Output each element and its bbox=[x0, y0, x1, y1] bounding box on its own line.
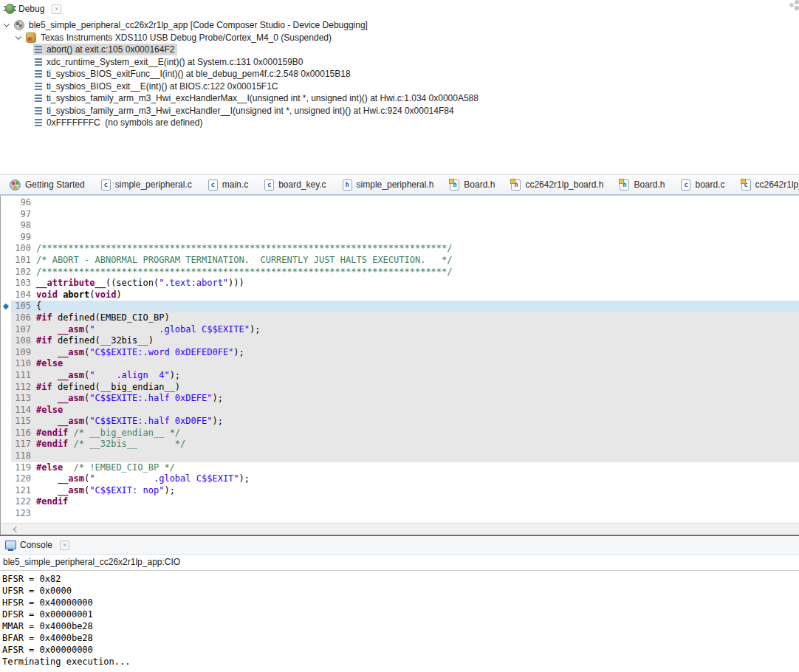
breakpoint-ruler[interactable] bbox=[1, 485, 11, 497]
code-text[interactable]: #if defined(__32bis__) bbox=[31, 335, 799, 347]
breakpoint-ruler[interactable] bbox=[1, 473, 11, 485]
debug-tree-root-row[interactable]: ble5_simple_peripheral_cc26x2r1lp_app [C… bbox=[0, 19, 799, 32]
code-text[interactable]: { bbox=[31, 301, 799, 312]
file-h-icon: h bbox=[511, 179, 521, 191]
code-line: 100/************************************… bbox=[1, 243, 799, 255]
code-text[interactable]: #else /* !EMBED_CIO_BP */ bbox=[31, 462, 799, 474]
breakpoint-ruler[interactable] bbox=[1, 324, 11, 336]
editor-tab[interactable]: cboard_key.c bbox=[256, 179, 334, 191]
code-text[interactable]: void abort(void) bbox=[31, 289, 799, 301]
scroll-left-icon[interactable] bbox=[13, 526, 19, 532]
stack-frame-row[interactable]: ti_sysbios_BIOS_exit__E(int)() at BIOS.c… bbox=[0, 80, 799, 93]
stack-frame-row[interactable]: ti_sysbios_family_arm_m3_Hwi_excHandler_… bbox=[0, 105, 799, 117]
breakpoint-ruler[interactable] bbox=[1, 462, 11, 474]
close-icon[interactable]: × bbox=[52, 4, 61, 14]
code-text[interactable]: __asm(" .align 4"); bbox=[31, 370, 799, 382]
stack-frame-row[interactable]: abort() at exit.c:105 0x000164F2 bbox=[0, 44, 799, 56]
editor-tab[interactable]: csimple_peripheral.c bbox=[93, 179, 200, 191]
editor-tab[interactable]: hsimple_peripheral.h bbox=[335, 179, 442, 191]
code-text[interactable]: #else bbox=[31, 405, 799, 416]
breakpoint-ruler[interactable] bbox=[1, 220, 11, 232]
code-text[interactable]: /***************************************… bbox=[31, 267, 799, 278]
breakpoint-ruler[interactable] bbox=[1, 301, 11, 312]
breakpoint-ruler[interactable] bbox=[1, 267, 11, 278]
code-text[interactable]: __asm("C$$EXIT: nop"); bbox=[31, 485, 799, 497]
close-icon[interactable]: × bbox=[60, 541, 69, 550]
breakpoint-ruler[interactable] bbox=[1, 209, 11, 221]
code-text[interactable] bbox=[31, 450, 799, 462]
breakpoint-ruler[interactable] bbox=[1, 289, 11, 301]
horizontal-scrollbar[interactable] bbox=[1, 523, 799, 535]
breakpoint-ruler[interactable] bbox=[1, 508, 11, 520]
breakpoint-ruler[interactable] bbox=[1, 416, 11, 428]
breakpoint-ruler[interactable] bbox=[1, 312, 11, 324]
breakpoint-ruler[interactable] bbox=[1, 393, 11, 405]
breakpoint-ruler[interactable] bbox=[1, 243, 11, 255]
code-text[interactable]: #if defined(EMBED_CIO_BP) bbox=[31, 312, 799, 324]
code-text[interactable]: /***************************************… bbox=[31, 243, 799, 255]
code-text[interactable]: #if defined(__big_endian__) bbox=[31, 382, 799, 394]
stack-frame-row[interactable]: ti_sysbios_family_arm_m3_Hwi_excHandlerM… bbox=[0, 92, 799, 105]
console-view-tabbar: Console × bbox=[0, 536, 799, 555]
code-text[interactable]: __asm("C$$EXITE:.half 0xD0FE"); bbox=[31, 416, 799, 428]
stack-frame-row[interactable]: xdc_runtime_System_exit__E(int)() at Sys… bbox=[0, 56, 799, 69]
breakpoint-ruler[interactable] bbox=[1, 347, 11, 359]
stack-frame-icon bbox=[35, 58, 42, 66]
editor-tab[interactable]: hBoard.h bbox=[442, 179, 503, 191]
breakpoint-ruler[interactable] bbox=[1, 232, 11, 244]
code-text[interactable]: __asm(" .global C$$EXIT"); bbox=[31, 473, 799, 485]
breakpoint-ruler[interactable] bbox=[1, 197, 11, 209]
code-text[interactable]: /* ABORT - ABNORMAL PROGRAM TERMINATION.… bbox=[31, 255, 799, 267]
breakpoint-ruler[interactable] bbox=[1, 382, 11, 394]
breakpoint-ruler[interactable] bbox=[1, 335, 11, 347]
breakpoint-ruler[interactable] bbox=[1, 405, 11, 416]
stack-frame-label: ti_sysbios_BIOS_exit__E(int)() at BIOS.c… bbox=[47, 81, 278, 92]
code-text[interactable]: __asm("C$$EXITE:.half 0xDEFE"); bbox=[31, 393, 799, 405]
console-output[interactable]: BFSR = 0x82UFSR = 0x0000HFSR = 0x4000000… bbox=[0, 571, 799, 672]
editor-tab[interactable]: cboard.c bbox=[673, 179, 733, 191]
code-text[interactable]: __attribute__((section(".text:abort"))) bbox=[31, 278, 799, 289]
breakpoint-ruler[interactable] bbox=[1, 439, 11, 450]
line-number: 101 bbox=[11, 255, 31, 267]
code-text[interactable] bbox=[31, 197, 799, 209]
code-text[interactable]: __asm(" .global C$$EXITE"); bbox=[31, 324, 799, 336]
stack-frame-icon bbox=[35, 46, 42, 53]
code-text[interactable]: #endif /* __big_endian__ */ bbox=[31, 428, 799, 439]
line-number: 100 bbox=[11, 243, 31, 255]
debug-view-tab[interactable]: Debug × bbox=[5, 4, 61, 14]
stack-frame-row[interactable]: ti_sysbios_BIOS_exitFunc__I(int)() at bl… bbox=[0, 68, 799, 80]
breakpoint-ruler[interactable] bbox=[1, 358, 11, 370]
code-text[interactable]: __asm("C$$EXITE:.word 0xDEFED0FE"); bbox=[31, 347, 799, 359]
breakpoint-ruler[interactable] bbox=[1, 278, 11, 289]
console-view-tab[interactable]: Console × bbox=[5, 540, 69, 550]
breakpoint-ruler[interactable] bbox=[1, 255, 11, 267]
editor-tab[interactable]: hcc2642r1lp_board.h bbox=[503, 179, 611, 191]
editor-tab[interactable]: hBoard.h bbox=[611, 179, 673, 191]
debug-tree-probe-row[interactable]: Texas Instruments XDS110 USB Debug Probe… bbox=[0, 32, 799, 44]
code-area[interactable]: 96979899100/****************************… bbox=[1, 196, 799, 523]
debug-tree: ble5_simple_peripheral_cc26x2r1lp_app [C… bbox=[0, 19, 799, 129]
editor-tab-label: simple_peripheral.h bbox=[357, 179, 434, 190]
chevron-down-icon[interactable] bbox=[4, 21, 10, 27]
editor-tab[interactable]: ccc2642r1lp_board. bbox=[733, 179, 799, 191]
code-text[interactable]: #endif bbox=[31, 496, 799, 508]
code-text[interactable] bbox=[31, 209, 799, 221]
breakpoint-ruler[interactable] bbox=[1, 428, 11, 439]
console-title: ble5_simple_peripheral_cc26x2r1lp_app:CI… bbox=[0, 555, 799, 571]
editor-tab-label: cc2642r1lp_board.h bbox=[525, 179, 603, 190]
breakpoint-ruler[interactable] bbox=[1, 370, 11, 382]
breakpoint-ruler[interactable] bbox=[1, 450, 11, 462]
breakpoint-ruler[interactable] bbox=[1, 496, 11, 508]
code-text[interactable] bbox=[31, 508, 799, 520]
editor-tab[interactable]: cmain.c bbox=[200, 179, 256, 191]
code-line: 106#if defined(EMBED_CIO_BP) bbox=[1, 312, 799, 324]
chevron-down-icon[interactable] bbox=[16, 33, 21, 39]
stack-frame-icon bbox=[35, 119, 42, 126]
stack-frame-row[interactable]: 0xFFFFFFFC (no symbols are defined) bbox=[0, 117, 799, 129]
code-text[interactable]: #else bbox=[31, 358, 799, 370]
code-text[interactable]: #endif /* __32bis__ */ bbox=[31, 439, 799, 450]
line-number: 114 bbox=[11, 405, 31, 416]
code-text[interactable] bbox=[31, 232, 799, 244]
code-text[interactable] bbox=[31, 220, 799, 232]
editor-tab[interactable]: Getting Started bbox=[1, 179, 93, 191]
